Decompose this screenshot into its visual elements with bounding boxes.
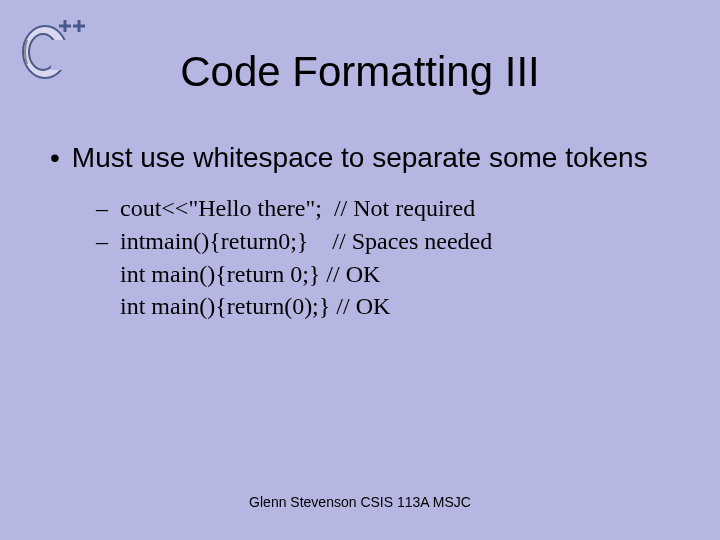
slide-content: • Must use whitespace to separate some t… <box>50 140 670 322</box>
dash-icon: – <box>96 193 110 224</box>
bullet-text: Must use whitespace to separate some tok… <box>72 140 648 175</box>
bullet-dot: • <box>50 140 60 175</box>
sub-item: – intmain(){return0;} // Spaces needed <box>96 226 670 257</box>
sub-item: – cout<<"Hello there"; // Not required <box>96 193 670 224</box>
code-line: cout<<"Hello there"; // Not required <box>120 193 475 224</box>
dash-icon: – <box>96 226 110 257</box>
sublist: – cout<<"Hello there"; // Not required –… <box>96 193 670 322</box>
footer-text: Glenn Stevenson CSIS 113A MSJC <box>0 494 720 510</box>
slide-title: Code Formatting III <box>0 48 720 96</box>
bullet-item: • Must use whitespace to separate some t… <box>50 140 670 175</box>
code-line: intmain(){return0;} // Spaces needed <box>120 226 492 257</box>
code-line: int main(){return(0);} // OK <box>120 291 670 322</box>
code-line: int main(){return 0;} // OK <box>120 259 670 290</box>
